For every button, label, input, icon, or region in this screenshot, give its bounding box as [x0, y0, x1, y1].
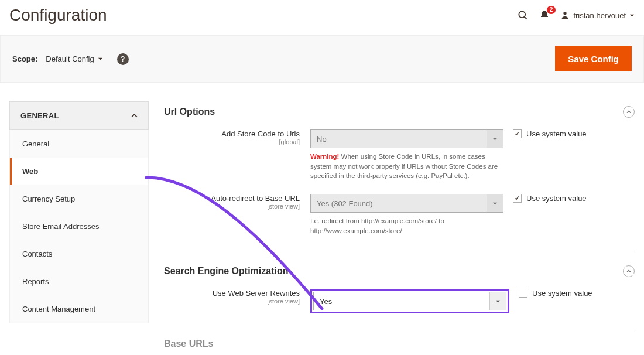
sidebar-item-general[interactable]: General: [10, 130, 148, 158]
help-icon[interactable]: ?: [117, 53, 129, 65]
sidebar-section-general[interactable]: GENERAL: [9, 101, 149, 130]
checkbox-sysvalue-store-code[interactable]: [513, 129, 522, 138]
sysvalue-label: Use system value: [526, 129, 587, 138]
select-web-server-rewrites[interactable]: Yes: [313, 292, 506, 310]
checkbox-sysvalue-rewrites[interactable]: [519, 289, 527, 298]
sidebar-item-web[interactable]: Web: [10, 158, 148, 185]
collapse-seo[interactable]: [623, 265, 635, 277]
label-auto-redirect: Auto-redirect to Base URL: [211, 194, 300, 203]
user-icon: [560, 10, 570, 21]
sidebar-item-contacts[interactable]: Contacts: [10, 240, 148, 268]
chevron-up-icon: [131, 112, 138, 119]
chevron-down-icon: [487, 194, 503, 212]
sidebar-item-store-email-addresses[interactable]: Store Email Addresses: [10, 213, 148, 240]
scope-tag: [store view]: [164, 203, 300, 210]
save-config-button[interactable]: Save Config: [555, 46, 632, 71]
chevron-down-icon: [487, 130, 503, 148]
svg-point-2: [564, 12, 567, 15]
sidebar-item-currency-setup[interactable]: Currency Setup: [10, 185, 148, 213]
scope-label: Scope:: [12, 54, 37, 63]
page-title: Configuration: [9, 6, 107, 25]
notification-badge: 2: [547, 6, 556, 14]
scope-tag: [global]: [164, 138, 300, 145]
note-store-code: Warning! When using Store Code in URLs, …: [310, 152, 503, 181]
select-auto-redirect: Yes (302 Found): [310, 194, 503, 213]
select-add-store-code: No: [310, 129, 503, 148]
chevron-down-icon: [489, 292, 506, 310]
checkbox-sysvalue-auto-redirect[interactable]: [513, 194, 522, 203]
section-title-base-urls: Base URLs: [164, 339, 213, 347]
search-icon[interactable]: [517, 9, 529, 21]
section-title-seo: Search Engine Optimization: [164, 266, 288, 277]
scope-select[interactable]: Default Config: [46, 54, 102, 63]
user-menu[interactable]: tristan.hervouet: [560, 10, 635, 21]
highlight-annotation: Yes: [310, 289, 509, 313]
section-title-url-options: Url Options: [164, 107, 215, 117]
sysvalue-label: Use system value: [526, 194, 587, 203]
sidebar-item-content-management[interactable]: Content Management: [10, 295, 148, 323]
label-web-server-rewrites: Use Web Server Rewrites: [213, 289, 300, 298]
username: tristan.hervouet: [573, 11, 626, 20]
sidebar-item-reports[interactable]: Reports: [10, 268, 148, 295]
label-add-store-code: Add Store Code to Urls: [221, 129, 300, 138]
notifications-icon[interactable]: 2: [539, 9, 550, 21]
collapse-url-options[interactable]: [623, 106, 635, 118]
scope-tag: [store view]: [164, 298, 300, 305]
sysvalue-label: Use system value: [532, 289, 592, 298]
chevron-down-icon: [629, 13, 635, 18]
svg-line-1: [525, 17, 527, 19]
svg-point-0: [519, 11, 526, 18]
note-auto-redirect: I.e. redirect from http://example.com/st…: [310, 216, 503, 235]
chevron-down-icon: [98, 56, 103, 62]
